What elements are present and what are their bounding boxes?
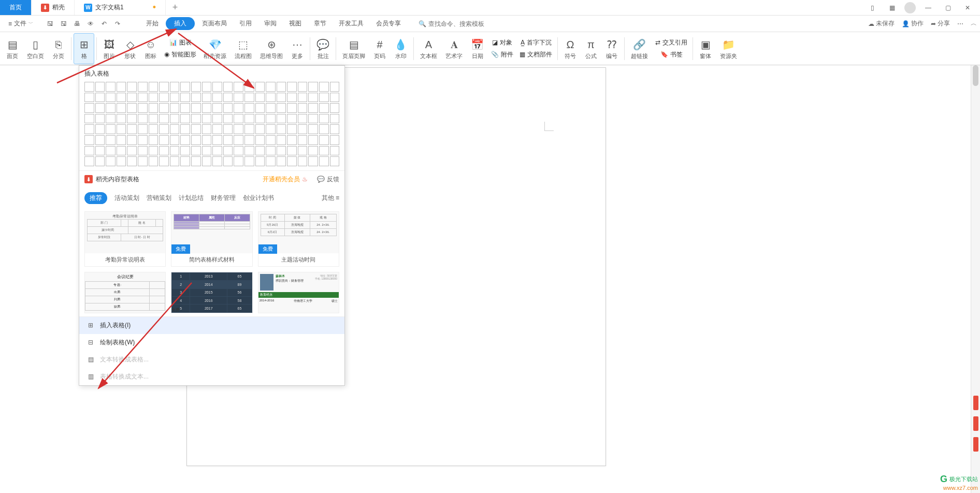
ribbon-page-break[interactable]: ⎘分页 (48, 33, 69, 64)
tab-docer[interactable]: ⬇ 稻壳 (32, 0, 75, 15)
picture-icon: 🖼 (104, 37, 114, 52)
save-as-icon[interactable]: 🖫 (59, 19, 68, 28)
ribbon-watermark[interactable]: 💧水印 (390, 33, 411, 64)
maximize-button[interactable]: ▢ (941, 1, 955, 15)
ribbon-shape[interactable]: ◇形状 (120, 33, 140, 64)
ribbon-chart[interactable]: 📊图表 (161, 37, 199, 48)
window-icon: ▣ (701, 37, 711, 52)
menu-page-layout[interactable]: 页面布局 (197, 17, 232, 30)
undo-icon[interactable]: ↶ (99, 19, 109, 28)
print-icon[interactable]: 🖶 (73, 19, 82, 28)
ribbon-number[interactable]: ⁇编号 (601, 33, 622, 64)
more-menu-icon[interactable]: ⋯ (957, 20, 963, 27)
search-input[interactable] (428, 20, 501, 27)
file-menu[interactable]: ≡ 文件 ﹀ (3, 17, 38, 30)
ribbon-icon[interactable]: ☺图标 (140, 33, 161, 64)
grid-apps-icon[interactable]: ▦ (885, 1, 899, 15)
ribbon-doc-parts[interactable]: ▦文档部件 (516, 49, 555, 60)
ribbon-picture[interactable]: 🖼图片 (99, 33, 120, 64)
ribbon-more[interactable]: ⋯更多 (287, 33, 308, 64)
unsaved-status[interactable]: ☁ 未保存 (868, 19, 895, 28)
docer-icon: ⬇ (41, 4, 49, 12)
menu-dev-tools[interactable]: 开发工具 (334, 17, 369, 30)
user-avatar[interactable] (904, 2, 916, 13)
menu-review[interactable]: 审阅 (259, 17, 282, 30)
ribbon-mindmap[interactable]: ⊛思维导图 (256, 33, 287, 64)
coop-button[interactable]: 👤 协作 (902, 19, 924, 28)
ribbon-symbol[interactable]: Ω符号 (560, 33, 581, 64)
ribbon-table[interactable]: ⊞格 (74, 33, 94, 64)
ribbon-header-footer[interactable]: ▤页眉页脚 (338, 33, 369, 64)
word-icon: W (84, 4, 92, 12)
ribbon-date[interactable]: 📅日期 (467, 33, 488, 64)
smartart-icon: ◉ (164, 51, 169, 58)
ribbon-textbox[interactable]: A文本框 (416, 33, 441, 64)
ribbon-smart-shape[interactable]: ◉智能图形 (161, 49, 199, 60)
menu-view[interactable]: 视图 (284, 17, 307, 30)
minimize-button[interactable]: — (921, 1, 935, 15)
textbox-icon: A (425, 37, 432, 52)
watermark-icon: 💧 (394, 37, 407, 52)
search-icon: 🔍 (419, 20, 426, 27)
ribbon-flowchart[interactable]: ⬚流程图 (230, 33, 256, 64)
header-footer-icon: ▤ (349, 37, 359, 52)
ribbon-resource-folder[interactable]: 📁资源夹 (716, 33, 741, 64)
tab-document[interactable]: W 文字文稿1 • (75, 0, 166, 15)
close-button[interactable]: ✕ (960, 1, 975, 15)
cover-page-icon: ▤ (8, 37, 18, 52)
cloud-icon: ☁ (868, 20, 874, 27)
page-number-icon: # (377, 37, 382, 52)
ribbon-drop-cap[interactable]: A̲首字下沉 (516, 37, 555, 48)
ribbon-page-number[interactable]: #页码 (369, 33, 390, 64)
menu-reference[interactable]: 引用 (234, 17, 257, 30)
ribbon-hyperlink[interactable]: 🔗超链接 (627, 33, 652, 64)
ribbon-blank-page[interactable]: ▯空白页 (23, 33, 48, 64)
redo-icon[interactable]: ↷ (113, 19, 122, 28)
document-title: 文字文稿1 (95, 3, 124, 12)
ribbon-cover-page[interactable]: ▤面页 (2, 33, 23, 64)
menu-start[interactable]: 开始 (141, 17, 164, 30)
hyperlink-icon: 🔗 (633, 37, 646, 52)
menu-insert[interactable]: 插入 (166, 17, 195, 30)
save-icon[interactable]: 🖫 (46, 19, 55, 28)
quick-access-toolbar: 🖫 🖫 🖶 👁 ↶ ↷ (46, 19, 122, 28)
ribbon-cross-ref[interactable]: ⇄交叉引用 (652, 37, 690, 48)
wordart-icon: 𝐀 (451, 37, 458, 52)
new-tab-button[interactable]: + (166, 0, 184, 15)
ribbon-object[interactable]: ◪对象 (488, 37, 516, 48)
shape-icon: ◇ (126, 37, 134, 52)
collapse-ribbon-icon[interactable]: ︿ (971, 19, 977, 28)
command-search[interactable]: 🔍 (419, 20, 501, 27)
menu-section[interactable]: 章节 (309, 17, 332, 30)
comment-icon: 💬 (316, 37, 329, 52)
drop-cap-icon: A̲ (521, 39, 525, 46)
docer-resource-icon: 💎 (209, 37, 222, 52)
bookmark-icon: 🔖 (660, 51, 668, 58)
print-preview-icon[interactable]: 👁 (86, 19, 95, 28)
equation-icon: π (587, 37, 595, 52)
ribbon-window[interactable]: ▣窗体 (695, 33, 716, 64)
attachment-icon: 📎 (491, 51, 499, 58)
blank-page-icon: ▯ (33, 37, 38, 52)
docer-label: 稻壳 (52, 3, 65, 12)
symbol-icon: Ω (567, 37, 574, 52)
tab-home[interactable]: 首页 (0, 0, 32, 15)
ribbon-docer-resource[interactable]: 💎稻壳资源 (199, 33, 230, 64)
ribbon-bookmark[interactable]: 🔖书签 (652, 49, 690, 60)
folder-icon: 📁 (722, 37, 735, 52)
flowchart-icon: ⬚ (238, 37, 248, 52)
ribbon-attachment[interactable]: 📎附件 (488, 49, 516, 60)
share-button[interactable]: ➦ 分享 (931, 19, 950, 28)
title-bar: 首页 ⬇ 稻壳 W 文字文稿1 • + ▯ ▦ — ▢ ✕ (0, 0, 980, 16)
home-label: 首页 (9, 3, 22, 12)
ribbon-comment[interactable]: 💬批注 (312, 33, 334, 64)
doc-parts-icon: ▦ (520, 51, 525, 58)
menu-bar: ≡ 文件 ﹀ 🖫 🖫 🖶 👁 ↶ ↷ 开始 插入 页面布局 引用 审阅 视图 章… (0, 16, 980, 32)
layout-mode-icon[interactable]: ▯ (865, 1, 880, 15)
icon-gallery-icon: ☺ (146, 37, 156, 52)
chart-icon: 📊 (169, 39, 177, 46)
menu-member[interactable]: 会员专享 (371, 17, 406, 30)
ribbon-wordart[interactable]: 𝐀艺术字 (441, 33, 467, 64)
mindmap-icon: ⊛ (267, 37, 276, 52)
ribbon-equation[interactable]: π公式 (581, 33, 601, 64)
